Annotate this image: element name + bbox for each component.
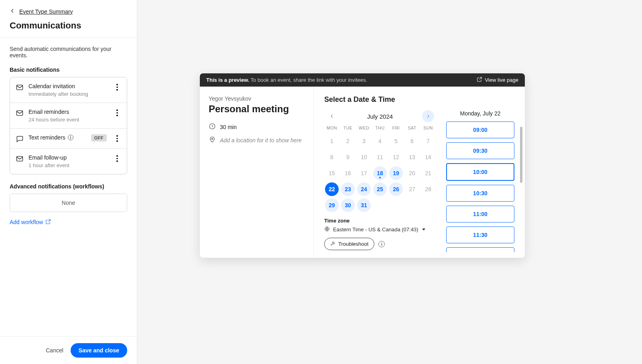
select-date-time-panel: Select a Date & Time July 2024 MONTUEWED… bbox=[314, 87, 525, 258]
calendar-day[interactable]: 31 bbox=[357, 198, 371, 212]
page-title: Communications bbox=[10, 20, 127, 31]
sidebar-header: Event Type Summary Communications bbox=[0, 0, 137, 38]
prev-month-button[interactable] bbox=[326, 110, 338, 122]
calendar-day[interactable]: 24 bbox=[357, 182, 371, 196]
svg-rect-0 bbox=[17, 85, 23, 90]
calendar-grid: MONTUEWEDTHUFRISATSUN1234567891011121314… bbox=[324, 125, 436, 212]
calendar-day: 4 bbox=[373, 134, 387, 148]
basic-notifications-heading: Basic notifications bbox=[10, 67, 127, 73]
select-date-time-heading: Select a Date & Time bbox=[324, 95, 514, 104]
chat-icon bbox=[16, 135, 24, 143]
time-slot[interactable]: 11:30 bbox=[446, 226, 514, 243]
globe-icon bbox=[324, 226, 330, 233]
chevron-left-icon bbox=[10, 8, 15, 15]
notification-row[interactable]: Text remindersiOFF bbox=[10, 129, 127, 149]
page-description: Send automatic communications for your e… bbox=[10, 46, 127, 59]
calendar-day: 28 bbox=[421, 182, 435, 196]
more-options-button[interactable] bbox=[113, 109, 121, 116]
time-slot-list: 09:0009:3010:0010:3011:0011:3012:00 bbox=[446, 121, 514, 252]
calendar-day[interactable]: 29 bbox=[325, 198, 339, 212]
scrollbar-thumb[interactable] bbox=[520, 127, 522, 183]
troubleshoot-button[interactable]: Troubleshoot bbox=[324, 238, 374, 250]
event-details-panel: Yegor Yevsyukov Personal meeting 30 min … bbox=[200, 87, 314, 258]
preview-banner-bold: This is a preview. bbox=[206, 77, 249, 83]
more-options-button[interactable] bbox=[113, 155, 121, 162]
calendar-day: 13 bbox=[405, 150, 419, 164]
calendar-day: 14 bbox=[421, 150, 435, 164]
calendar-day[interactable]: 19 bbox=[389, 166, 403, 180]
notification-row[interactable]: Email follow-up1 hour after event bbox=[10, 149, 127, 174]
save-and-close-button[interactable]: Save and close bbox=[71, 343, 127, 358]
timezone-label: Time zone bbox=[324, 218, 436, 224]
calendar-day: 1 bbox=[325, 134, 339, 148]
calendar-day: 8 bbox=[325, 150, 339, 164]
calendar-and-slots: July 2024 MONTUEWEDTHUFRISATSUN123456789… bbox=[324, 110, 514, 252]
notification-text: Calendar invitationImmediately after boo… bbox=[28, 83, 108, 97]
day-of-week-header: TUE bbox=[340, 125, 356, 132]
external-link-icon bbox=[477, 77, 482, 83]
back-link[interactable]: Event Type Summary bbox=[10, 8, 127, 15]
calendar-day: 20 bbox=[405, 166, 419, 180]
time-slot[interactable]: 09:30 bbox=[446, 142, 514, 159]
next-month-button[interactable] bbox=[422, 110, 434, 122]
calendar-day: 12 bbox=[389, 150, 403, 164]
location-placeholder-text: Add a location for it to show here bbox=[220, 137, 302, 144]
advanced-notifications-heading: Advanced notifications (workflows) bbox=[10, 183, 127, 190]
calendar-day[interactable]: 25 bbox=[373, 182, 387, 196]
time-slot[interactable]: 12:00 bbox=[446, 247, 514, 252]
day-of-week-header: FRI bbox=[388, 125, 404, 132]
calendar-day: 15 bbox=[325, 166, 339, 180]
mail-icon bbox=[16, 155, 24, 163]
sidebar-body: Send automatic communications for your e… bbox=[0, 38, 137, 336]
svg-point-4 bbox=[211, 138, 213, 140]
calendar-day: 21 bbox=[421, 166, 435, 180]
notification-row[interactable]: Email reminders24 hours before event bbox=[10, 103, 127, 129]
notification-list: Calendar invitationImmediately after boo… bbox=[10, 77, 127, 174]
day-of-week-header: SUN bbox=[421, 125, 436, 132]
calendar-day: 10 bbox=[357, 150, 371, 164]
cancel-button[interactable]: Cancel bbox=[46, 347, 63, 354]
notification-title: Email reminders bbox=[28, 109, 108, 115]
event-location-placeholder: Add a location for it to show here bbox=[209, 136, 305, 144]
notification-title: Email follow-up bbox=[28, 154, 108, 161]
day-of-week-header: MON bbox=[324, 125, 339, 132]
timezone-selector[interactable]: Eastern Time - US & Canada (07:43) bbox=[324, 226, 436, 233]
calendar-day[interactable]: 26 bbox=[389, 182, 403, 196]
calendar-day: 7 bbox=[421, 134, 435, 148]
notification-subtext: 24 hours before event bbox=[28, 117, 108, 123]
calendar-day[interactable]: 30 bbox=[341, 198, 355, 212]
calendar-day: 11 bbox=[373, 150, 387, 164]
calendar-day[interactable]: 18 bbox=[373, 166, 387, 180]
add-workflow-link[interactable]: Add workflow bbox=[10, 219, 51, 226]
calendar-column: July 2024 MONTUEWEDTHUFRISATSUN123456789… bbox=[324, 110, 436, 252]
notification-row[interactable]: Calendar invitationImmediately after boo… bbox=[10, 77, 127, 103]
booking-preview-card: This is a preview. To book an event, sha… bbox=[200, 73, 525, 258]
info-icon[interactable]: i bbox=[378, 241, 385, 247]
calendar-day[interactable]: 23 bbox=[341, 182, 355, 196]
view-live-page-link[interactable]: View live page bbox=[477, 77, 518, 83]
calendar-day[interactable]: 22 bbox=[325, 182, 339, 196]
time-slot-column: Monday, July 22 09:0009:3010:0010:3011:0… bbox=[446, 110, 514, 252]
duration-value: 30 min bbox=[220, 124, 237, 130]
info-icon[interactable]: i bbox=[68, 135, 73, 140]
calendar-day: 5 bbox=[389, 134, 403, 148]
month-label: July 2024 bbox=[367, 113, 393, 120]
time-slot[interactable]: 10:30 bbox=[446, 185, 514, 202]
time-slot[interactable]: 09:00 bbox=[446, 121, 514, 138]
notification-text: Email follow-up1 hour after event bbox=[28, 154, 108, 168]
more-options-button[interactable] bbox=[113, 84, 121, 91]
view-live-label: View live page bbox=[485, 77, 518, 83]
timezone-value: Eastern Time - US & Canada (07:43) bbox=[333, 226, 418, 233]
calendar-day: 3 bbox=[357, 134, 371, 148]
svg-rect-1 bbox=[17, 111, 23, 115]
sidebar-footer: Cancel Save and close bbox=[0, 336, 137, 364]
time-slot[interactable]: 10:00 bbox=[446, 163, 514, 181]
back-link-label: Event Type Summary bbox=[19, 8, 73, 15]
day-of-week-header: WED bbox=[356, 125, 372, 132]
preview-banner-text: This is a preview. To book an event, sha… bbox=[206, 77, 367, 83]
selected-date-label: Monday, July 22 bbox=[446, 110, 514, 117]
event-owner: Yegor Yevsyukov bbox=[209, 95, 305, 102]
time-slot[interactable]: 11:00 bbox=[446, 206, 514, 222]
more-options-button[interactable] bbox=[113, 135, 121, 142]
calendar-day: 27 bbox=[405, 182, 419, 196]
